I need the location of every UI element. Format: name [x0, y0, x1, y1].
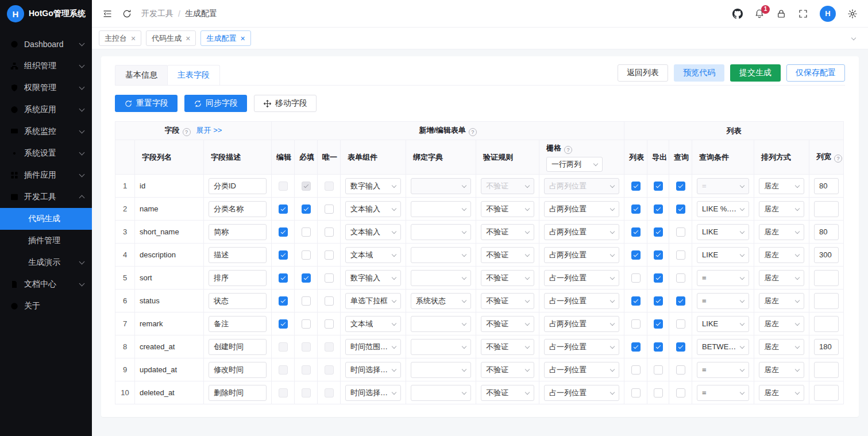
reset-fields-button[interactable]: 重置字段	[115, 95, 178, 112]
align-select[interactable]: 居左	[759, 316, 804, 332]
query-condition-select[interactable]: =	[697, 362, 749, 378]
validation-rule-select[interactable]: 不验证	[481, 362, 534, 378]
edit-checkbox[interactable]	[279, 273, 288, 283]
dict-select[interactable]	[411, 247, 471, 263]
width-input[interactable]	[814, 247, 839, 263]
unique-checkbox[interactable]	[325, 296, 334, 306]
tab-chip-0[interactable]: 主控台×	[99, 30, 141, 46]
breadcrumb-item[interactable]: 开发工具	[141, 9, 173, 19]
submit-generate-button[interactable]: 提交生成	[730, 64, 781, 82]
list-checkbox[interactable]	[631, 273, 641, 283]
query-checkbox[interactable]	[676, 342, 685, 352]
list-checkbox[interactable]	[631, 388, 641, 398]
query-condition-select[interactable]: LIKE	[697, 224, 749, 240]
validation-rule-select[interactable]: 不验证	[481, 316, 534, 332]
form-component-select[interactable]: 时间选择(Y-...	[345, 385, 401, 401]
back-to-list-button[interactable]: 返回列表	[618, 64, 668, 82]
unique-checkbox[interactable]	[325, 273, 334, 283]
field-desc-input[interactable]	[209, 316, 267, 332]
edit-checkbox[interactable]	[279, 365, 288, 375]
close-icon[interactable]: ×	[240, 34, 245, 43]
field-desc-input[interactable]	[209, 385, 267, 401]
export-checkbox[interactable]	[654, 388, 663, 398]
field-desc-input[interactable]	[209, 178, 267, 194]
close-icon[interactable]: ×	[131, 34, 136, 43]
help-icon[interactable]: ?	[564, 146, 572, 154]
sidebar-item-about[interactable]: 关于	[0, 295, 92, 317]
sidebar-item-system-settings[interactable]: 系统设置	[0, 142, 92, 164]
sidebar-item-doc-center[interactable]: 文档中心	[0, 273, 92, 295]
unique-checkbox[interactable]	[325, 365, 334, 375]
query-condition-select[interactable]: LIKE %...%	[697, 201, 749, 217]
form-component-select[interactable]: 单选下拉框	[345, 293, 401, 309]
tab-chip-2[interactable]: 生成配置×	[200, 30, 250, 46]
close-icon[interactable]: ×	[186, 34, 190, 43]
edit-checkbox[interactable]	[279, 388, 288, 398]
fullscreen-icon[interactable]	[798, 9, 808, 19]
edit-checkbox[interactable]	[279, 227, 288, 237]
sync-fields-button[interactable]: 同步字段	[184, 95, 247, 112]
help-icon[interactable]: ?	[183, 128, 191, 136]
field-desc-input[interactable]	[209, 224, 267, 240]
query-checkbox[interactable]	[676, 273, 685, 283]
user-avatar[interactable]: H	[820, 6, 836, 22]
width-input[interactable]	[814, 316, 839, 332]
app-logo[interactable]: H HotGo管理系统	[0, 0, 92, 28]
required-checkbox[interactable]	[302, 250, 311, 260]
required-checkbox[interactable]	[302, 319, 311, 329]
query-condition-select[interactable]: LIKE	[697, 316, 749, 332]
help-icon[interactable]: ?	[834, 155, 842, 163]
lock-screen-icon[interactable]	[776, 9, 786, 19]
sidebar-item-system-app[interactable]: 系统应用	[0, 99, 92, 121]
align-select[interactable]: 居左	[759, 339, 804, 355]
export-checkbox[interactable]	[654, 342, 663, 352]
sidebar-collapse-icon[interactable]	[102, 9, 113, 19]
query-checkbox[interactable]	[676, 227, 685, 237]
align-select[interactable]: 居左	[759, 201, 804, 217]
list-checkbox[interactable]	[631, 365, 641, 375]
width-input[interactable]	[814, 178, 839, 194]
form-component-select[interactable]: 数字输入	[345, 178, 401, 194]
export-checkbox[interactable]	[654, 227, 663, 237]
form-component-select[interactable]: 文本输入	[345, 201, 401, 217]
query-condition-select[interactable]: =	[697, 385, 749, 401]
list-checkbox[interactable]	[631, 205, 641, 214]
edit-checkbox[interactable]	[279, 319, 288, 329]
dict-select[interactable]	[411, 224, 471, 240]
width-input[interactable]	[814, 224, 839, 240]
export-checkbox[interactable]	[654, 273, 663, 283]
field-desc-input[interactable]	[209, 247, 267, 263]
unique-checkbox[interactable]	[325, 250, 334, 260]
unique-checkbox[interactable]	[325, 342, 334, 352]
field-desc-input[interactable]	[209, 362, 267, 378]
export-checkbox[interactable]	[654, 365, 663, 375]
help-icon[interactable]: ?	[469, 128, 477, 136]
required-checkbox[interactable]	[302, 205, 311, 214]
grid-layout-select[interactable]: 一行两列	[546, 157, 603, 172]
list-checkbox[interactable]	[631, 342, 641, 352]
required-checkbox[interactable]	[302, 227, 311, 237]
field-desc-input[interactable]	[209, 339, 267, 355]
validation-rule-select[interactable]: 不验证	[481, 224, 534, 240]
align-select[interactable]: 居左	[759, 362, 804, 378]
unique-checkbox[interactable]	[325, 388, 334, 398]
dict-select[interactable]	[411, 362, 471, 378]
validation-rule-select[interactable]: 不验证	[481, 178, 534, 194]
validation-rule-select[interactable]: 不验证	[481, 201, 534, 217]
required-checkbox[interactable]	[302, 296, 311, 306]
sidebar-item-org-manage[interactable]: 组织管理	[0, 55, 92, 77]
export-checkbox[interactable]	[654, 250, 663, 260]
query-condition-select[interactable]: =	[697, 270, 749, 286]
field-desc-input[interactable]	[209, 201, 267, 217]
sidebar-item-plugin-manage[interactable]: 插件管理	[0, 230, 92, 252]
tab-chip-1[interactable]: 代码生成×	[146, 30, 196, 46]
export-checkbox[interactable]	[654, 182, 663, 191]
sidebar-item-gen-demo[interactable]: 生成演示	[0, 252, 92, 273]
query-condition-select[interactable]: =	[697, 178, 749, 194]
query-checkbox[interactable]	[676, 365, 685, 375]
dict-select[interactable]	[411, 339, 471, 355]
align-select[interactable]: 居左	[759, 178, 804, 194]
grid-span-select[interactable]: 占一列位置	[544, 362, 619, 378]
grid-span-select[interactable]: 占两列位置	[544, 316, 619, 332]
grid-span-select[interactable]: 占一列位置	[544, 385, 619, 401]
